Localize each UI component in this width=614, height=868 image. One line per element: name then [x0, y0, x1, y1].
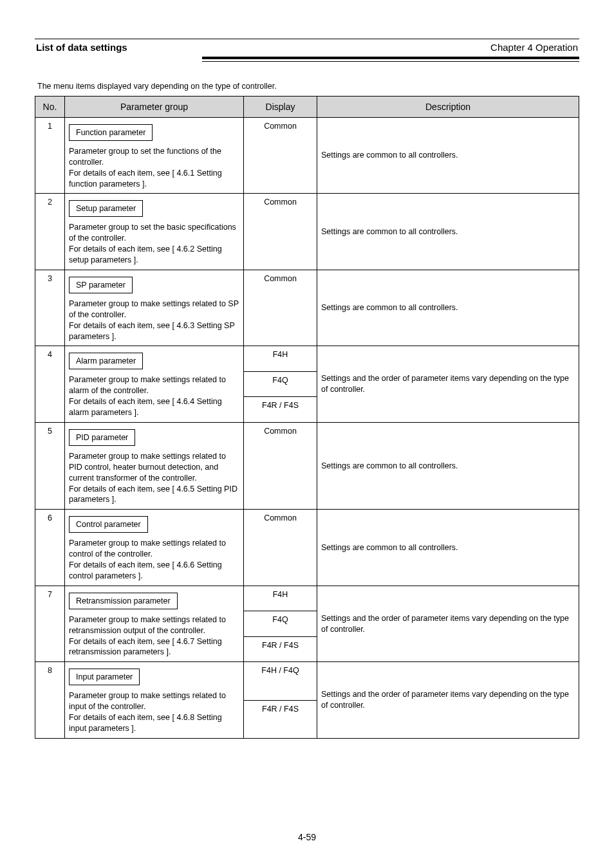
table-row: 5 PID parameter Parameter group to make …: [35, 422, 579, 509]
row-display: F4H: [244, 586, 317, 611]
row-line2: For details of each item, see [ 4.6.1 Se…: [69, 168, 239, 190]
row-display: F4R / F4S: [244, 636, 317, 662]
param-button[interactable]: Retransmission parameter: [69, 593, 178, 609]
row-line1: Parameter group to make settings related…: [69, 614, 239, 636]
row-num: 3: [35, 270, 65, 346]
row-display: F4Q: [244, 611, 317, 637]
row-display: F4H / F4Q: [244, 662, 317, 700]
row-line2: For details of each item, see [ 4.6.2 Se…: [69, 244, 239, 266]
row-line1: Parameter group to set the basic specifi…: [69, 222, 239, 244]
row-group: Alarm parameter Parameter group to make …: [65, 346, 244, 423]
table-row: 3 SP parameter Parameter group to make s…: [35, 270, 579, 346]
row-num: 7: [35, 586, 65, 662]
row-num: 6: [35, 510, 65, 586]
table-row: 1 Function parameter Parameter group to …: [35, 117, 579, 194]
param-button[interactable]: SP parameter: [69, 277, 133, 293]
parameters-table: No. Parameter group Display Description …: [35, 96, 579, 739]
header-right: Chapter 4 Operation: [490, 42, 578, 53]
row-display: F4H: [244, 346, 317, 372]
row-line2: For details of each item, see [ 4.6.6 Se…: [69, 560, 239, 582]
row-display: Common: [244, 194, 317, 270]
param-button[interactable]: Control parameter: [69, 516, 148, 533]
row-desc: Settings are common to all controllers.: [317, 117, 579, 194]
table-row: 8 Input parameter Parameter group to mak…: [35, 662, 579, 700]
table-row: 2 Setup parameter Parameter group to set…: [35, 194, 579, 270]
row-desc: Settings are common to all controllers.: [317, 422, 579, 509]
param-button[interactable]: Function parameter: [69, 124, 153, 141]
param-button[interactable]: Setup parameter: [69, 200, 143, 217]
header-rule: [202, 57, 579, 62]
row-num: 5: [35, 422, 65, 509]
row-desc: Settings and the order of parameter item…: [317, 346, 579, 423]
row-line1: Parameter group to make settings related…: [69, 690, 239, 712]
table-row: 6 Control parameter Parameter group to m…: [35, 510, 579, 586]
row-desc: Settings and the order of parameter item…: [317, 586, 579, 662]
row-group: Setup parameter Parameter group to set t…: [65, 194, 244, 270]
row-desc: Settings are common to all controllers.: [317, 194, 579, 270]
col-group: Parameter group: [65, 96, 244, 117]
row-line1: Parameter group to make settings related…: [69, 299, 239, 320]
table-row: 4 Alarm parameter Parameter group to mak…: [35, 346, 579, 372]
row-line2: For details of each item, see [ 4.6.3 Se…: [69, 320, 239, 342]
row-display: Common: [244, 270, 317, 346]
col-no: No.: [35, 96, 65, 117]
row-line2: For details of each item, see [ 4.6.7 Se…: [69, 636, 239, 658]
row-display: F4R / F4S: [244, 700, 317, 738]
row-desc: Settings are common to all controllers.: [317, 270, 579, 346]
col-desc: Description: [317, 96, 579, 117]
row-line1: Parameter group to make settings related…: [69, 451, 239, 484]
row-display: F4R / F4S: [244, 397, 317, 423]
row-line2: For details of each item, see [ 4.6.4 Se…: [69, 396, 239, 418]
row-group: Control parameter Parameter group to mak…: [65, 510, 244, 586]
row-line2: For details of each item, see [ 4.6.5 Se…: [69, 484, 239, 506]
row-line1: Parameter group to make settings related…: [69, 374, 239, 396]
row-group: Input parameter Parameter group to make …: [65, 662, 244, 739]
header-left: List of data settings: [36, 42, 127, 53]
row-line1: Parameter group to make settings related…: [69, 538, 239, 560]
row-group: SP parameter Parameter group to make set…: [65, 270, 244, 346]
row-num: 8: [35, 662, 65, 739]
row-group: PID parameter Parameter group to make se…: [65, 422, 244, 509]
row-display: Common: [244, 117, 317, 194]
page-number: 4-59: [0, 832, 614, 842]
intro-text: The menu items displayed vary depending …: [37, 81, 579, 92]
table-row: 7 Retransmission parameter Parameter gro…: [35, 586, 579, 611]
row-line2: For details of each item, see [ 4.6.8 Se…: [69, 712, 239, 734]
param-button[interactable]: Alarm parameter: [69, 353, 143, 369]
row-line1: Parameter group to set the functions of …: [69, 146, 239, 168]
col-display: Display: [244, 96, 317, 117]
row-display: Common: [244, 422, 317, 509]
param-button[interactable]: PID parameter: [69, 429, 135, 446]
row-display: Common: [244, 510, 317, 586]
row-num: 2: [35, 194, 65, 270]
row-display: F4Q: [244, 371, 317, 397]
row-num: 4: [35, 346, 65, 423]
table-body: 1 Function parameter Parameter group to …: [35, 117, 579, 738]
row-group: Function parameter Parameter group to se…: [65, 117, 244, 194]
page-header: List of data settings Chapter 4 Operatio…: [35, 39, 579, 57]
param-button[interactable]: Input parameter: [69, 669, 140, 685]
row-desc: Settings and the order of parameter item…: [317, 662, 579, 739]
row-group: Retransmission parameter Parameter group…: [65, 586, 244, 662]
row-desc: Settings are common to all controllers.: [317, 510, 579, 586]
row-num: 1: [35, 117, 65, 194]
